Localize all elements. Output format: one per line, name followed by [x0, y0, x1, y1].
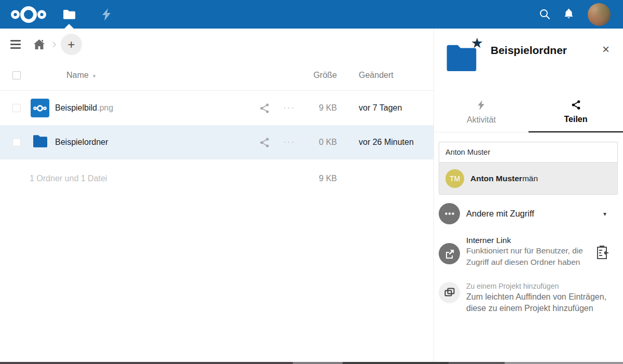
share-button[interactable]: [254, 103, 275, 113]
ellipsis-icon: [445, 212, 454, 215]
breadcrumb: › +: [0, 29, 434, 60]
search-icon: [539, 9, 550, 20]
share-button[interactable]: [254, 138, 275, 147]
new-file-button[interactable]: +: [61, 34, 82, 55]
home-icon: [34, 39, 45, 49]
sidebar-header: ★ Beispielordner ×: [434, 29, 623, 75]
favorite-star-icon[interactable]: ★: [471, 36, 483, 50]
activity-app-button[interactable]: [94, 0, 118, 29]
sharee-suggestion[interactable]: TM Anton Mustermän: [439, 162, 618, 195]
file-name[interactable]: Beispielordner: [55, 138, 254, 147]
column-header-name[interactable]: Name▾: [31, 71, 254, 80]
file-list-header: Name▾ Größe Geändert: [0, 60, 434, 91]
add-to-project-description: Zum leichten Auffinden von Einträgen, di…: [466, 291, 618, 315]
lightning-icon: [478, 100, 485, 110]
nextcloud-logo-icon: [10, 5, 47, 24]
tab-activity[interactable]: Aktivität: [434, 95, 529, 132]
bottom-edge-strip: [0, 362, 623, 364]
file-row-beispielbild[interactable]: Beispielbild.png ··· 9 KB vor 7 Tagen: [0, 91, 434, 125]
folder-icon: [63, 9, 76, 20]
add-to-project-title: Zu einem Projekt hinzufügen: [466, 282, 618, 290]
notifications-button[interactable]: [557, 0, 580, 29]
summary-size: 9 KB: [304, 174, 350, 183]
row-checkbox[interactable]: [12, 138, 21, 146]
suggestion-avatar: TM: [445, 169, 464, 188]
add-to-project-row[interactable]: Zu einem Projekt hinzufügen Zum leichten…: [439, 282, 618, 315]
share-icon: [260, 138, 269, 147]
details-sidebar: ★ Beispielordner × Aktivität: [434, 29, 623, 362]
internal-link-icon: [439, 243, 460, 264]
row-checkbox[interactable]: [12, 104, 21, 112]
files-app-button[interactable]: [57, 0, 81, 29]
lightning-icon: [102, 8, 111, 21]
share-tab-content: TM Anton Mustermän Andere mit Zugriff ▾: [434, 132, 623, 315]
external-link-icon: [445, 249, 454, 259]
projects-icon: [444, 288, 455, 297]
select-all-cell: [0, 71, 31, 79]
share-icon: [260, 103, 269, 113]
files-main: › + Name▾ Größe Geändert: [0, 29, 434, 362]
internal-link-title: Interner Link: [466, 236, 590, 245]
folder-preview: ★: [444, 40, 479, 75]
search-button[interactable]: [533, 0, 557, 29]
share-icon: [572, 100, 580, 110]
breadcrumb-home[interactable]: [31, 39, 47, 49]
others-access-icon: [439, 203, 460, 224]
file-size: 0 KB: [304, 138, 350, 147]
bell-icon: [564, 9, 574, 20]
image-thumbnail: [31, 99, 49, 117]
file-modified: vor 7 Tagen: [350, 103, 434, 113]
actions-menu-button[interactable]: ···: [275, 137, 304, 147]
collapse-caret-icon[interactable]: ▾: [603, 210, 606, 218]
app-navigation-toggle[interactable]: [0, 40, 31, 49]
tab-share[interactable]: Teilen: [529, 95, 623, 132]
sidebar-title: Beispielordner: [491, 44, 598, 75]
column-header-size[interactable]: Größe: [304, 71, 350, 80]
select-all-checkbox[interactable]: [12, 71, 21, 79]
others-access-label: Andere mit Zugriff: [466, 209, 603, 219]
internal-link-description: Funktioniert nur für Benutzer, die Zugri…: [466, 245, 590, 268]
suggestion-name: Anton Mustermän: [470, 174, 538, 183]
nextcloud-logo-icon[interactable]: [9, 4, 48, 25]
actions-menu-button[interactable]: ···: [275, 103, 304, 113]
clipboard-copy-icon: [595, 245, 608, 260]
column-header-modified[interactable]: Geändert: [350, 71, 434, 80]
file-row-beispielordner[interactable]: Beispielordner ··· 0 KB vor 26 Minuten: [0, 125, 434, 159]
sort-caret-icon: ▾: [93, 73, 96, 79]
user-avatar[interactable]: [588, 3, 611, 26]
topbar: [0, 0, 623, 29]
nextcloud-app: › + Name▾ Größe Geändert: [0, 0, 623, 364]
summary-count: 1 Ordner und 1 Datei: [0, 174, 254, 183]
projects-icon: [439, 282, 460, 303]
file-list-summary: 1 Ordner und 1 Datei 9 KB: [0, 159, 434, 198]
sharee-search-input[interactable]: [439, 142, 618, 162]
active-app-indicator: [64, 24, 74, 29]
file-size: 9 KB: [304, 103, 350, 113]
nextcloud-logo-icon: [33, 104, 47, 112]
file-modified: vor 26 Minuten: [350, 138, 434, 147]
folder-icon: [31, 132, 49, 151]
copy-internal-link-button[interactable]: [595, 245, 608, 268]
breadcrumb-chevron-icon: ›: [52, 37, 57, 50]
file-name[interactable]: Beispielbild.png: [55, 103, 254, 113]
sidebar-tabs: Aktivität Teilen: [434, 95, 623, 132]
internal-link-row: Interner Link Funktioniert nur für Benut…: [439, 236, 618, 268]
others-with-access-row[interactable]: Andere mit Zugriff ▾: [439, 203, 618, 224]
close-sidebar-button[interactable]: ×: [598, 42, 614, 58]
topbar-right: [533, 0, 623, 29]
